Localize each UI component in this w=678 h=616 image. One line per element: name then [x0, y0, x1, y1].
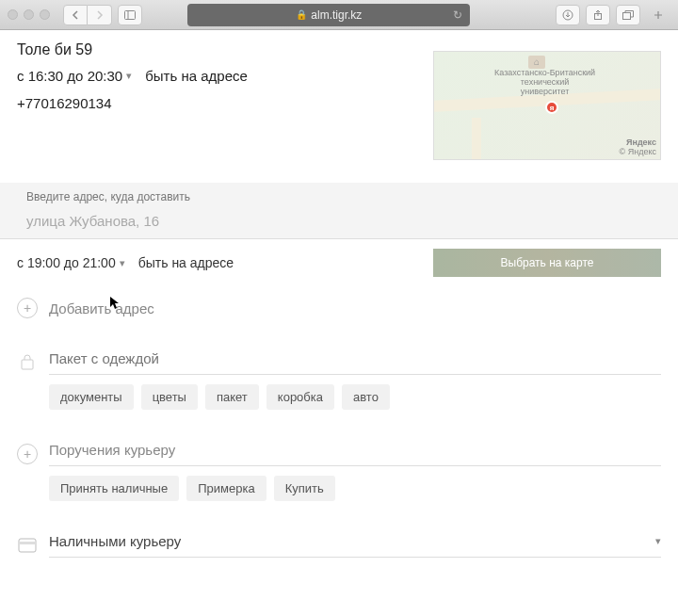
choose-on-map-button[interactable]: Выбрать на карте [433, 249, 661, 277]
tag-fitting[interactable]: Примерка [186, 476, 266, 501]
sidebar-toggle-icon[interactable] [118, 5, 142, 25]
tag-buy[interactable]: Купить [274, 476, 335, 501]
address-1-time-select[interactable]: с 16:30 до 20:30 ▾ [17, 68, 132, 84]
url-text: alm.tigr.kz [311, 8, 362, 22]
chevron-down-icon: ▾ [126, 70, 132, 82]
wallet-icon [17, 535, 38, 556]
address-2-time-select[interactable]: с 19:00 до 21:00 ▾ [17, 255, 125, 270]
share-icon[interactable] [586, 5, 610, 25]
add-address-label: Добавить адрес [49, 300, 154, 316]
map-attribution: Яндекс © Яндекс [620, 138, 656, 157]
tasks-label[interactable]: Поручения курьеру [49, 442, 175, 458]
package-tags: документы цветы пакет коробка авто [49, 384, 661, 410]
svg-rect-5 [22, 360, 33, 369]
lock-icon: 🔒 [296, 9, 307, 20]
payment-label: Наличными курьеру [49, 533, 181, 549]
svg-rect-0 [125, 10, 136, 19]
plus-icon: + [17, 298, 38, 318]
bag-icon [17, 352, 38, 373]
maximize-window-icon[interactable] [40, 9, 50, 20]
svg-rect-4 [622, 12, 630, 19]
address-2-input[interactable] [17, 207, 661, 238]
package-input[interactable] [49, 350, 661, 366]
tag-auto[interactable]: авто [342, 384, 390, 410]
payment-select[interactable]: Наличными курьеру ▾ [49, 533, 661, 558]
new-tab-icon[interactable] [646, 5, 670, 25]
chevron-down-icon: ▾ [655, 535, 661, 547]
address-2-label: Введите адрес, куда доставить [17, 190, 661, 203]
time-value: с 16:30 до 20:30 [17, 68, 122, 84]
downloads-icon[interactable] [556, 5, 580, 25]
map-poi-label: Казахстанско-Британский технический унив… [494, 69, 595, 97]
tag-bag[interactable]: пакет [205, 384, 259, 410]
task-tags: Принять наличные Примерка Купить [49, 476, 661, 501]
address-2-time-hint: быть на адресе [138, 255, 234, 270]
add-address-row[interactable]: + Добавить адрес [17, 298, 661, 318]
tag-cash[interactable]: Принять наличные [49, 476, 179, 501]
url-bar[interactable]: 🔒 alm.tigr.kz ↻ [187, 4, 470, 26]
tag-documents[interactable]: документы [49, 384, 134, 410]
close-window-icon[interactable] [8, 9, 18, 20]
browser-toolbar: 🔒 alm.tigr.kz ↻ [0, 0, 678, 30]
svg-rect-7 [19, 542, 36, 544]
address-2-block: Введите адрес, куда доставить [0, 183, 678, 239]
tag-box[interactable]: коробка [266, 384, 334, 410]
tag-flowers[interactable]: цветы [141, 384, 198, 410]
reload-icon[interactable]: ↻ [453, 8, 462, 22]
address-1-time-hint: быть на адресе [145, 68, 248, 84]
map-preview-1[interactable]: ⌂ Казахстанско-Британский технический ун… [433, 51, 661, 160]
chevron-down-icon: ▾ [120, 257, 125, 269]
back-button[interactable] [63, 5, 88, 25]
map-pin-icon: я [545, 101, 558, 114]
window-controls [8, 9, 50, 20]
time-value: с 19:00 до 21:00 [17, 255, 116, 270]
plus-icon: + [17, 444, 38, 464]
address-1-phone: +77016290134 [17, 95, 418, 111]
building-icon: ⌂ [528, 56, 545, 69]
minimize-window-icon[interactable] [24, 9, 34, 20]
svg-rect-6 [19, 539, 36, 552]
tabs-icon[interactable] [616, 5, 640, 25]
forward-button[interactable] [88, 5, 112, 25]
